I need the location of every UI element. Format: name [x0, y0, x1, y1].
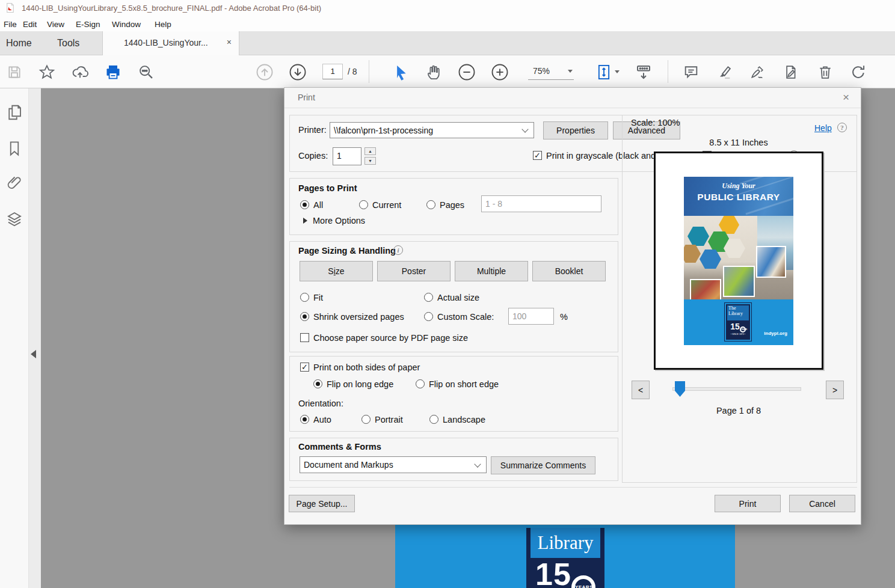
collapse-panel-icon[interactable]	[31, 350, 36, 358]
multiple-button[interactable]: Multiple	[455, 261, 528, 281]
both-sides-checkbox[interactable]: ✓	[300, 363, 309, 372]
hand-tool-button[interactable]	[424, 63, 443, 82]
expander-triangle-icon[interactable]	[303, 218, 307, 224]
paper-size-label: 8.5 x 11 Inches	[654, 138, 823, 147]
dialog-close-icon[interactable]: ×	[843, 91, 849, 104]
comment-tool-button[interactable]	[681, 63, 701, 82]
library-150-logo: Library 15YEARS	[526, 528, 604, 588]
print-dialog: Print × Printer: \\falcon\prn-1st-proces…	[284, 87, 861, 525]
tab-home[interactable]: Home	[6, 38, 32, 49]
tab-document[interactable]: 1440-LIB_UsingYour... ×	[102, 31, 239, 55]
size-button[interactable]: Size	[300, 261, 373, 281]
sidebar-splitter[interactable]	[29, 88, 41, 588]
save-button[interactable]	[5, 63, 24, 82]
brochure-header: Using Your PUBLIC LIBRARY	[684, 177, 793, 216]
page-slider-thumb[interactable]	[675, 381, 685, 397]
all-radio[interactable]	[300, 200, 309, 209]
flip-short-radio[interactable]	[416, 379, 425, 388]
tab-close-icon[interactable]: ×	[227, 37, 232, 47]
actual-size-radio[interactable]	[424, 293, 433, 302]
comments-forms-select[interactable]: Document and Markups	[300, 456, 487, 473]
pages-radio[interactable]	[426, 200, 435, 209]
select-tool-button[interactable]	[391, 63, 410, 82]
poster-button[interactable]: Poster	[377, 261, 451, 281]
collapse-toolbar-icon	[635, 63, 653, 81]
next-page-button[interactable]	[288, 63, 307, 82]
redo-button[interactable]	[849, 63, 868, 82]
menu-edit[interactable]: Edit	[19, 19, 40, 30]
menu-window[interactable]: Window	[108, 19, 144, 30]
zoom-in-button[interactable]	[490, 63, 509, 82]
custom-scale-input[interactable]: 100	[508, 308, 554, 325]
star-button[interactable]	[37, 63, 57, 82]
bookmarks-button[interactable]	[5, 139, 23, 158]
copies-spin-up[interactable]: ▲	[364, 147, 376, 155]
properties-button[interactable]: Properties	[543, 121, 608, 139]
bookmark-icon	[5, 139, 23, 158]
flip-long-radio[interactable]	[313, 379, 322, 388]
more-options-expander[interactable]: More Options	[313, 216, 365, 225]
highlight-tool-button[interactable]	[715, 63, 734, 82]
page-slider-track[interactable]	[672, 387, 801, 391]
layers-button[interactable]	[5, 210, 23, 228]
tab-bar: Home Tools 1440-LIB_UsingYour... ×	[0, 31, 895, 55]
menu-help[interactable]: Help	[151, 19, 175, 30]
fit-radio[interactable]	[300, 293, 309, 302]
current-radio[interactable]	[359, 200, 368, 209]
flip-short-label: Flip on short edge	[429, 379, 499, 389]
window-titlebar: 1440-LIB_UsingYourLibrary_5.5x8.5_brochu…	[0, 0, 895, 16]
portrait-label: Portrait	[375, 415, 403, 424]
delete-pages-button[interactable]	[816, 63, 835, 82]
chevron-down-icon	[474, 461, 481, 467]
menu-file[interactable]: File	[0, 19, 20, 30]
page-thumbnails-button[interactable]	[5, 103, 23, 121]
shrink-radio[interactable]	[300, 312, 309, 321]
page-setup-button[interactable]: Page Setup...	[289, 495, 355, 512]
summarize-comments-button[interactable]: Summarize Comments	[491, 456, 595, 474]
fit-page-dropdown-icon[interactable]	[615, 70, 620, 73]
hide-toolbar-button[interactable]	[634, 63, 653, 82]
fill-sign-button[interactable]	[781, 63, 800, 82]
paper-source-checkbox[interactable]	[300, 333, 309, 342]
menu-esign[interactable]: E-Sign	[72, 19, 104, 30]
fit-page-button[interactable]	[594, 63, 614, 82]
pages-to-print-group: Pages to Print All Current Pages 1 - 8 M…	[289, 178, 618, 235]
printer-select[interactable]: \\falcon\prn-1st-processing	[330, 122, 534, 138]
zoom-level-dropdown[interactable]: 75%	[528, 64, 574, 80]
custom-scale-radio[interactable]	[424, 312, 433, 321]
landscape-radio[interactable]	[429, 415, 438, 424]
portrait-radio[interactable]	[361, 415, 371, 424]
menu-view[interactable]: View	[43, 19, 68, 30]
zoom-out-button[interactable]	[457, 63, 476, 82]
page-sizing-title: Page Sizing & Handling	[298, 246, 396, 256]
attachments-button[interactable]	[5, 174, 23, 192]
preview-next-button[interactable]: >	[826, 381, 844, 399]
window-title: 1440-LIB_UsingYourLibrary_5.5x8.5_brochu…	[22, 4, 321, 13]
booklet-button[interactable]: Booklet	[532, 261, 606, 281]
auto-radio[interactable]	[300, 415, 309, 424]
star-icon	[38, 64, 55, 81]
page-range-input[interactable]: 1 - 8	[481, 195, 601, 212]
copies-input[interactable]: 1	[333, 147, 361, 165]
page-total-label: / 8	[348, 67, 357, 76]
hexagon-decoration	[700, 250, 721, 269]
inset-photo-volunteers	[723, 266, 755, 297]
custom-scale-label: Custom Scale:	[437, 312, 494, 322]
cancel-button[interactable]: Cancel	[789, 495, 855, 512]
tab-tools[interactable]: Tools	[57, 38, 79, 49]
print-confirm-button[interactable]: Print	[715, 495, 781, 512]
preview-prev-button[interactable]: <	[632, 381, 650, 399]
previous-page-button[interactable]	[255, 63, 274, 82]
page-number-input[interactable]: 1	[322, 64, 343, 79]
share-button[interactable]	[70, 63, 90, 82]
print-button[interactable]	[103, 63, 123, 82]
pages-icon	[5, 103, 23, 121]
tab-document-label: 1440-LIB_UsingYour...	[124, 38, 208, 47]
sign-tool-button[interactable]	[748, 63, 767, 82]
pages-to-print-title: Pages to Print	[298, 183, 357, 193]
cloud-upload-icon	[72, 64, 88, 81]
grayscale-checkbox[interactable]: ✓	[533, 151, 542, 160]
copies-spin-down[interactable]: ▼	[364, 157, 376, 165]
search-button[interactable]	[137, 63, 156, 82]
flip-long-label: Flip on long edge	[327, 379, 393, 389]
